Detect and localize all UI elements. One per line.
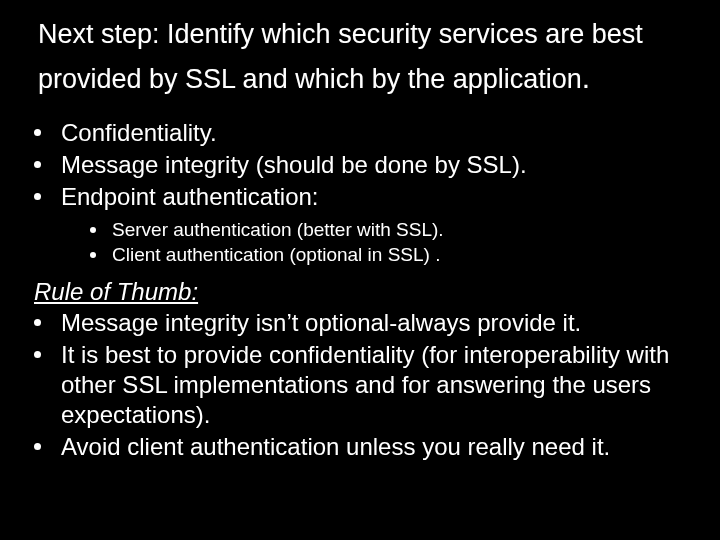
- bullet-list-1: Confidentiality. Message integrity (shou…: [34, 118, 700, 212]
- rule-of-thumb-heading: Rule of Thumb:: [34, 278, 700, 306]
- bullet-icon: [34, 351, 41, 358]
- bullet-icon: [34, 443, 41, 450]
- title-period: .: [582, 61, 590, 94]
- list-item: Message integrity (should be done by SSL…: [34, 150, 700, 180]
- sub-bullet-list: Server authentication (better with SSL).…: [90, 218, 700, 268]
- bullet-text: It is best to provide confidentiality (f…: [61, 340, 700, 430]
- bullet-text: Message integrity isn’t optional-always …: [61, 308, 700, 338]
- list-item: Message integrity isn’t optional-always …: [34, 308, 700, 338]
- list-item: Confidentiality.: [34, 118, 700, 148]
- slide-title: Next step: Identify which security servi…: [38, 14, 690, 100]
- list-item: Server authentication (better with SSL).: [90, 218, 700, 243]
- bullet-list-2: Message integrity isn’t optional-always …: [34, 308, 700, 462]
- bullet-text: Client authentication (optional in SSL) …: [112, 243, 440, 268]
- bullet-text: Server authentication (better with SSL).: [112, 218, 444, 243]
- list-item: Client authentication (optional in SSL) …: [90, 243, 700, 268]
- bullet-icon: [34, 193, 41, 200]
- bullet-text: Endpoint authentication:: [61, 182, 700, 212]
- slide: Next step: Identify which security servi…: [0, 0, 720, 540]
- list-item: Avoid client authentication unless you r…: [34, 432, 700, 462]
- list-item: It is best to provide confidentiality (f…: [34, 340, 700, 430]
- bullet-icon: [90, 252, 96, 258]
- bullet-text: Message integrity (should be done by SSL…: [61, 150, 700, 180]
- bullet-icon: [34, 319, 41, 326]
- bullet-icon: [34, 161, 41, 168]
- bullet-text: Avoid client authentication unless you r…: [61, 432, 700, 462]
- title-text: Next step: Identify which security servi…: [38, 19, 643, 94]
- bullet-icon: [34, 129, 41, 136]
- bullet-icon: [90, 227, 96, 233]
- list-item: Endpoint authentication:: [34, 182, 700, 212]
- bullet-text: Confidentiality.: [61, 118, 700, 148]
